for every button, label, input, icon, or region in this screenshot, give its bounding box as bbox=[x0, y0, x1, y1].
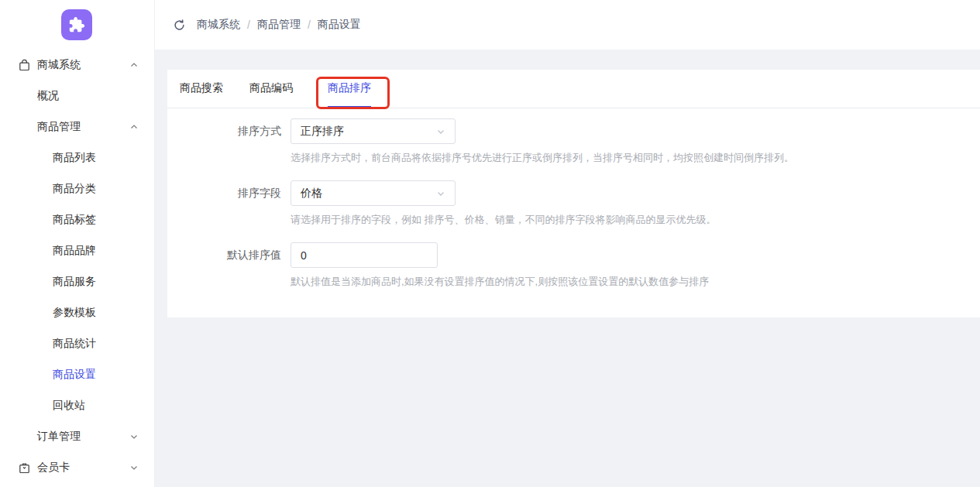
sidebar-item-goods-manage[interactable]: 商品管理 bbox=[0, 111, 154, 142]
sidebar-item-label: 商品列表 bbox=[53, 151, 139, 165]
breadcrumb-item[interactable]: 商城系统 bbox=[197, 18, 240, 32]
chevron-up-icon bbox=[129, 60, 139, 70]
refresh-button[interactable] bbox=[172, 18, 186, 32]
sidebar-item-label: 回收站 bbox=[53, 399, 139, 413]
tab-goods-code[interactable]: 商品编码 bbox=[249, 70, 293, 108]
form-group-sort-field: 排序字段 价格 请选择用于排序的字段，例如 排序号、价格、销量，不同的排序字段将… bbox=[167, 180, 980, 227]
breadcrumb: 商城系统/商品管理/商品设置 bbox=[197, 18, 361, 32]
top-header: 商城系统/商品管理/商品设置 bbox=[155, 0, 980, 50]
sidebar-item-goods-category[interactable]: 商品分类 bbox=[0, 173, 154, 204]
breadcrumb-separator: / bbox=[247, 19, 250, 31]
chevron-up-icon bbox=[129, 122, 139, 132]
chevron-down-icon bbox=[436, 189, 445, 198]
tab-goods-search[interactable]: 商品搜索 bbox=[180, 70, 223, 108]
sidebar-item-label: 商品设置 bbox=[53, 368, 139, 382]
sort-mode-value: 正序排序 bbox=[301, 125, 344, 139]
sidebar-item-label: 商品管理 bbox=[37, 120, 129, 134]
sort-mode-label: 排序方式 bbox=[167, 125, 291, 139]
sidebar-item-label: 参数模板 bbox=[53, 306, 139, 320]
sidebar-item-goods-brand[interactable]: 商品品牌 bbox=[0, 235, 154, 266]
sidebar-item-shop-system[interactable]: 商城系统 bbox=[0, 50, 154, 81]
default-sort-value-label: 默认排序值 bbox=[167, 249, 291, 262]
sort-mode-select[interactable]: 正序排序 bbox=[291, 118, 456, 144]
sidebar-item-label: 商品标签 bbox=[53, 213, 139, 227]
settings-card: 商品搜索商品编码商品排序 排序方式 正序排序 选择排序方式时，前台商品将依据排序… bbox=[167, 70, 980, 317]
sidebar-item-overview[interactable]: 概况 bbox=[0, 81, 154, 111]
form-group-default-sort-value: 默认排序值 默认排值是当添加商品时,如果没有设置排序值的情况下,则按照该位置设置… bbox=[167, 242, 980, 289]
sidebar-item-recycle-bin[interactable]: 回收站 bbox=[0, 390, 154, 421]
sidebar-item-goods-stats[interactable]: 商品统计 bbox=[0, 328, 154, 359]
chevron-down-icon bbox=[129, 432, 139, 441]
default-sort-value-help: 默认排值是当添加商品时,如果没有设置排序值的情况下,则按照该位置设置的默认数值参… bbox=[291, 275, 980, 289]
sidebar-item-param-template[interactable]: 参数模板 bbox=[0, 297, 154, 328]
sort-field-select[interactable]: 价格 bbox=[291, 180, 456, 206]
refresh-icon bbox=[173, 19, 186, 32]
sidebar-item-member-card[interactable]: 会员卡 bbox=[0, 452, 154, 483]
sidebar-item-label: 商品分类 bbox=[53, 182, 139, 196]
sidebar-item-label: 会员卡 bbox=[37, 461, 129, 475]
default-sort-value-input[interactable] bbox=[291, 242, 438, 268]
sort-mode-help: 选择排序方式时，前台商品将依据排序号优先进行正序或倒序排列，当排序号相同时，均按… bbox=[291, 151, 980, 165]
form-group-sort-mode: 排序方式 正序排序 选择排序方式时，前台商品将依据排序号优先进行正序或倒序排列，… bbox=[167, 118, 980, 165]
puzzle-icon bbox=[68, 16, 85, 33]
goods-sort-form: 排序方式 正序排序 选择排序方式时，前台商品将依据排序号优先进行正序或倒序排列，… bbox=[167, 108, 980, 289]
sidebar-item-label: 概况 bbox=[37, 89, 139, 103]
app-logo[interactable] bbox=[61, 9, 92, 40]
sidebar-item-goods-list[interactable]: 商品列表 bbox=[0, 142, 154, 173]
sidebar-item-goods-settings[interactable]: 商品设置 bbox=[0, 359, 154, 390]
shop-bag-icon bbox=[18, 59, 31, 72]
breadcrumb-item[interactable]: 商品设置 bbox=[318, 18, 361, 32]
sidebar: 商城系统概况商品管理商品列表商品分类商品标签商品品牌商品服务参数模板商品统计商品… bbox=[0, 0, 155, 487]
sidebar-item-goods-tag[interactable]: 商品标签 bbox=[0, 204, 154, 235]
chevron-down-icon bbox=[129, 463, 139, 472]
chevron-down-icon bbox=[436, 127, 445, 136]
tab-bar: 商品搜索商品编码商品排序 bbox=[167, 70, 980, 108]
sidebar-item-label: 订单管理 bbox=[37, 430, 129, 444]
sidebar-item-label: 商城系统 bbox=[37, 58, 129, 72]
breadcrumb-separator: / bbox=[308, 19, 311, 31]
sort-field-help: 请选择用于排序的字段，例如 排序号、价格、销量，不同的排序字段将影响商品的显示优… bbox=[291, 213, 980, 227]
sort-field-value: 价格 bbox=[301, 187, 322, 201]
sidebar-item-order-manage[interactable]: 订单管理 bbox=[0, 421, 154, 452]
member-card-icon bbox=[18, 461, 31, 475]
sidebar-item-label: 商品品牌 bbox=[53, 244, 139, 258]
breadcrumb-item[interactable]: 商品管理 bbox=[257, 18, 301, 32]
sidebar-menu: 商城系统概况商品管理商品列表商品分类商品标签商品品牌商品服务参数模板商品统计商品… bbox=[0, 50, 154, 483]
sidebar-item-goods-service[interactable]: 商品服务 bbox=[0, 266, 154, 297]
sort-field-label: 排序字段 bbox=[167, 187, 291, 201]
tab-goods-sort[interactable]: 商品排序 bbox=[328, 70, 371, 108]
sidebar-item-label: 商品统计 bbox=[53, 337, 139, 351]
sidebar-item-label: 商品服务 bbox=[53, 275, 139, 289]
logo-wrap bbox=[0, 0, 154, 50]
